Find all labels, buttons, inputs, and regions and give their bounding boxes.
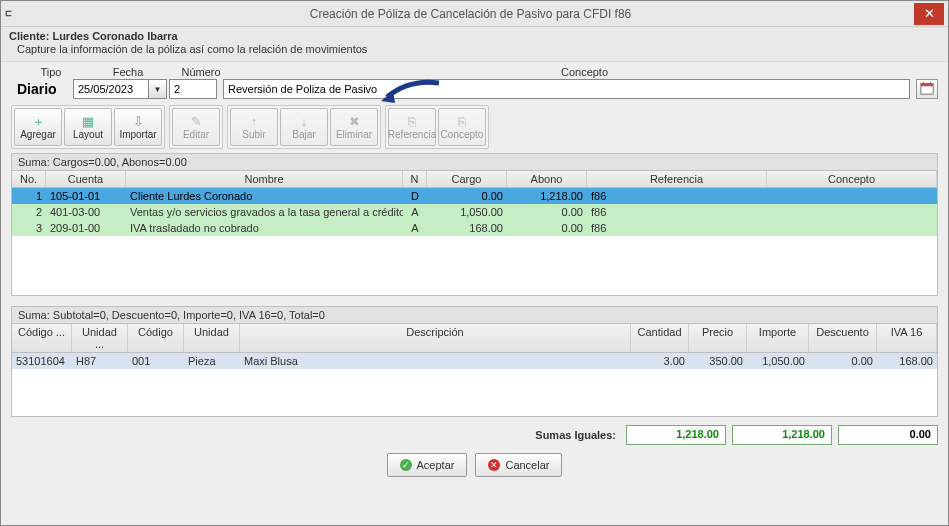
- total-abono: 1,218.00: [732, 425, 832, 445]
- agregar-button[interactable]: ＋ Agregar: [14, 108, 62, 146]
- check-icon: ✓: [400, 459, 412, 471]
- cell-precio: 350.00: [689, 355, 747, 367]
- col-codigo[interactable]: Código: [128, 324, 184, 352]
- calendar-button[interactable]: [916, 79, 938, 99]
- reference-icon: ⎘: [408, 115, 416, 128]
- layout-icon: ▦: [82, 115, 94, 128]
- cell-abono: 0.00: [507, 222, 587, 234]
- cell-codigo-sat: 53101604: [12, 355, 72, 367]
- cell-cuenta: 401-03-00: [46, 206, 126, 218]
- col-unidad-sat[interactable]: Unidad ...: [72, 324, 128, 352]
- movements-grid[interactable]: No. Cuenta Nombre N Cargo Abono Referenc…: [11, 170, 938, 296]
- layout-button[interactable]: ▦ Layout: [64, 108, 112, 146]
- col-cantidad[interactable]: Cantidad: [631, 324, 689, 352]
- concepto-input[interactable]: [223, 79, 910, 99]
- cell-abono: 0.00: [507, 206, 587, 218]
- cell-iva16: 168.00: [877, 355, 937, 367]
- concept-icon: ⎘: [458, 115, 466, 128]
- date-wrap: ▼: [73, 79, 167, 99]
- cell-abono: 1,218.00: [507, 190, 587, 202]
- table-row[interactable]: 53101604 H87 001 Pieza Maxi Blusa 3.00 3…: [12, 353, 937, 369]
- editar-label: Editar: [183, 129, 209, 140]
- referencia-button: ⎘ Referencia: [388, 108, 436, 146]
- cell-no: 2: [12, 206, 46, 218]
- import-icon: ⇩: [133, 115, 144, 128]
- cell-ref: f86: [587, 222, 767, 234]
- col-abono[interactable]: Abono: [507, 171, 587, 187]
- concepto-label: Concepto: [441, 129, 484, 140]
- cell-nombre: Cliente Lurdes Coronado: [126, 190, 403, 202]
- eliminar-button: ✖ Eliminar: [330, 108, 378, 146]
- totals-label: Sumas Iguales:: [535, 429, 616, 441]
- form-labels: Tipo Fecha Número Concepto: [11, 66, 938, 78]
- cell-ref: f86: [587, 206, 767, 218]
- client-bar: Cliente: Lurdes Coronado Ibarra: [1, 27, 948, 43]
- aceptar-button[interactable]: ✓ Aceptar: [387, 453, 468, 477]
- movements-summary: Suma: Cargos=0.00, Abonos=0.00: [11, 153, 938, 170]
- referencia-label: Referencia: [388, 129, 436, 140]
- fecha-input[interactable]: [73, 79, 149, 99]
- col-cuenta[interactable]: Cuenta: [46, 171, 126, 187]
- cell-n: D: [403, 190, 427, 202]
- cell-n: A: [403, 222, 427, 234]
- col-importe[interactable]: Importe: [747, 324, 809, 352]
- agregar-label: Agregar: [20, 129, 56, 140]
- client-prefix: Cliente:: [9, 30, 52, 42]
- label-fecha: Fecha: [81, 66, 175, 78]
- details-summary: Suma: Subtotal=0, Descuento=0, Importe=0…: [11, 306, 938, 323]
- col-precio[interactable]: Precio: [689, 324, 747, 352]
- col-descuento[interactable]: Descuento: [809, 324, 877, 352]
- edit-icon: ✎: [191, 115, 202, 128]
- down-icon: ↓: [301, 115, 308, 128]
- col-unidad[interactable]: Unidad: [184, 324, 240, 352]
- cell-cargo: 0.00: [427, 190, 507, 202]
- client-name: Lurdes Coronado Ibarra: [52, 30, 177, 42]
- cell-descuento: 0.00: [809, 355, 877, 367]
- delete-icon: ✖: [349, 115, 360, 128]
- movements-header: No. Cuenta Nombre N Cargo Abono Referenc…: [12, 171, 937, 188]
- calendar-icon: [920, 81, 934, 97]
- cell-cuenta: 209-01-00: [46, 222, 126, 234]
- eliminar-label: Eliminar: [336, 129, 372, 140]
- col-concepto[interactable]: Concepto: [767, 171, 937, 187]
- movements-summary-text: Suma: Cargos=0.00, Abonos=0.00: [18, 156, 187, 168]
- col-nombre[interactable]: Nombre: [126, 171, 403, 187]
- dialog-body: Tipo Fecha Número Concepto Diario ▼ ＋: [1, 61, 948, 525]
- instruction-text: Capture la información de la póliza así …: [1, 43, 948, 61]
- titlebar: ⊏ Creación de Póliza de Cancelación de P…: [1, 1, 948, 27]
- close-button[interactable]: ✕: [914, 3, 944, 25]
- cell-cargo: 168.00: [427, 222, 507, 234]
- table-row[interactable]: 2 401-03-00 Ventas y/o servicios gravado…: [12, 204, 937, 220]
- col-descripcion[interactable]: Descripción: [240, 324, 631, 352]
- dialog-buttons: ✓ Aceptar ✕ Cancelar: [11, 453, 938, 477]
- cell-descripcion: Maxi Blusa: [240, 355, 631, 367]
- cell-cargo: 1,050.00: [427, 206, 507, 218]
- table-row[interactable]: 1 105-01-01 Cliente Lurdes Coronado D 0.…: [12, 188, 937, 204]
- up-icon: ↑: [251, 115, 258, 128]
- tipo-value: Diario: [11, 81, 71, 97]
- bajar-label: Bajar: [292, 129, 315, 140]
- cell-codigo: 001: [128, 355, 184, 367]
- col-no[interactable]: No.: [12, 171, 46, 187]
- col-n[interactable]: N: [403, 171, 427, 187]
- cancelar-button[interactable]: ✕ Cancelar: [475, 453, 562, 477]
- window-title: Creación de Póliza de Cancelación de Pas…: [27, 7, 914, 21]
- layout-label: Layout: [73, 129, 103, 140]
- cell-importe: 1,050.00: [747, 355, 809, 367]
- col-codigo-sat[interactable]: Código ...: [12, 324, 72, 352]
- subir-label: Subir: [242, 129, 265, 140]
- total-dif: 0.00: [838, 425, 938, 445]
- form-row: Diario ▼: [11, 79, 938, 99]
- numero-input[interactable]: [169, 79, 217, 99]
- total-cargo: 1,218.00: [626, 425, 726, 445]
- concepto-button: ⎘ Concepto: [438, 108, 486, 146]
- col-cargo[interactable]: Cargo: [427, 171, 507, 187]
- col-referencia[interactable]: Referencia: [587, 171, 767, 187]
- details-grid[interactable]: Código ... Unidad ... Código Unidad Desc…: [11, 323, 938, 417]
- cell-nombre: IVA trasladado no cobrado: [126, 222, 403, 234]
- importar-button[interactable]: ⇩ Importar: [114, 108, 162, 146]
- fecha-dropdown-button[interactable]: ▼: [149, 79, 167, 99]
- col-iva16[interactable]: IVA 16: [877, 324, 937, 352]
- table-row[interactable]: 3 209-01-00 IVA trasladado no cobrado A …: [12, 220, 937, 236]
- cell-cuenta: 105-01-01: [46, 190, 126, 202]
